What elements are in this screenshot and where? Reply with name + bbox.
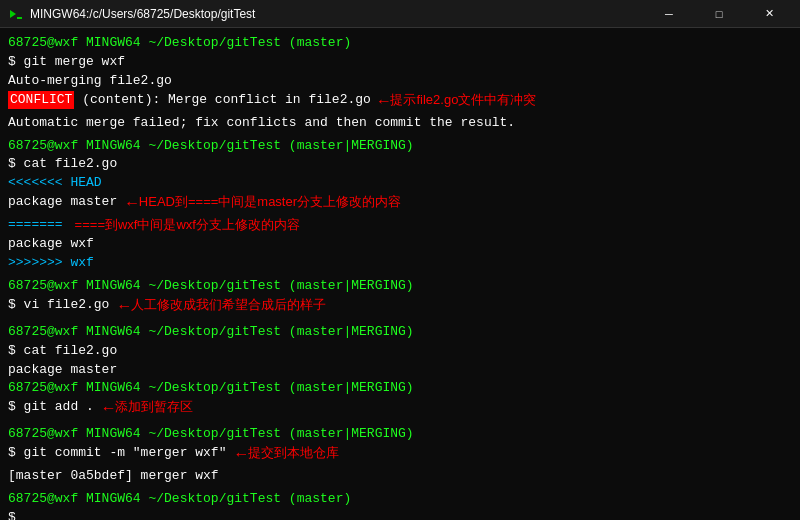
commit-annotation-arrow: ← (236, 444, 246, 467)
terminal-line: $ cat file2.go (8, 155, 792, 174)
prompt-user: 68725@wxf MINGW64 ~/Desktop/gitTest (8, 34, 281, 53)
prompt-user: 68725@wxf MINGW64 ~/Desktop/gitTest (8, 425, 281, 444)
terminal-line: package wxf (8, 235, 792, 254)
terminal-line: Auto-merging file2.go (8, 72, 792, 91)
output-text: package master (8, 361, 117, 380)
cmd-text: $ git merge wxf (8, 53, 125, 72)
conflict-annotation: 提示file2.go文件中有冲突 (390, 91, 536, 110)
cmd-text: $ cat file2.go (8, 155, 117, 174)
prompt-branch: (master|MERGING) (281, 379, 414, 398)
terminal-line: $ (8, 509, 792, 520)
prompt-branch: (master|MERGING) (281, 137, 414, 156)
prompt-user: 68725@wxf MINGW64 ~/Desktop/gitTest (8, 277, 281, 296)
wxf-annotation: ====到wxf中间是wxf分支上修改的内容 (75, 216, 300, 235)
terminal-line: ======= ====到wxf中间是wxf分支上修改的内容 (8, 216, 792, 235)
title-bar-controls[interactable]: ─ □ ✕ (646, 0, 792, 28)
terminal-line: 68725@wxf MINGW64 ~/Desktop/gitTest (mas… (8, 277, 792, 296)
prompt-branch: (master) (281, 34, 351, 53)
terminal-line: $ git add . ← 添加到暂存区 (8, 398, 792, 421)
prompt-user: 68725@wxf MINGW64 ~/Desktop/gitTest (8, 379, 281, 398)
conflict-arrow: ← (379, 91, 389, 114)
output-text: Automatic merge failed; fix conflicts an… (8, 114, 515, 133)
prompt-branch: (master|MERGING) (281, 323, 414, 342)
terminal-line: Automatic merge failed; fix conflicts an… (8, 114, 792, 133)
vi-annotation: 人工修改成我们希望合成后的样子 (131, 296, 326, 315)
close-button[interactable]: ✕ (746, 0, 792, 28)
add-annotation-arrow: ← (104, 398, 114, 421)
terminal-line: $ git merge wxf (8, 53, 792, 72)
conflict-keyword: CONFLICT (8, 91, 74, 110)
cmd-text: $ git commit -m "merger wxf" (8, 444, 226, 463)
terminal-line: <<<<<<< HEAD (8, 174, 792, 193)
output-text: [master 0a5bdef] merger wxf (8, 467, 219, 486)
maximize-button[interactable]: □ (696, 0, 742, 28)
title-bar: MINGW64:/c/Users/68725/Desktop/gitTest ─… (0, 0, 800, 28)
head-annotation-arrow: ← (127, 193, 137, 216)
terminal-line: $ git commit -m "merger wxf" ← 提交到本地仓库 (8, 444, 792, 467)
minimize-button[interactable]: ─ (646, 0, 692, 28)
terminal-line: 68725@wxf MINGW64 ~/Desktop/gitTest (mas… (8, 490, 792, 509)
terminal-line: $ vi file2.go ← 人工修改成我们希望合成后的样子 (8, 296, 792, 319)
prompt-branch: (master|MERGING) (281, 425, 414, 444)
conflict-rest: (content): Merge conflict in file2.go (74, 91, 370, 110)
terminal-line: [master 0a5bdef] merger wxf (8, 467, 792, 486)
prompt-user: 68725@wxf MINGW64 ~/Desktop/gitTest (8, 137, 281, 156)
terminal-line: 68725@wxf MINGW64 ~/Desktop/gitTest (mas… (8, 425, 792, 444)
head-marker: <<<<<<< HEAD (8, 174, 102, 193)
cmd-text: $ vi file2.go (8, 296, 109, 315)
svg-rect-2 (17, 17, 22, 19)
terminal-line: 68725@wxf MINGW64 ~/Desktop/gitTest (mas… (8, 137, 792, 156)
prompt-user: 68725@wxf MINGW64 ~/Desktop/gitTest (8, 490, 281, 509)
vi-annotation-arrow: ← (119, 296, 129, 319)
terminal[interactable]: 68725@wxf MINGW64 ~/Desktop/gitTest (mas… (0, 28, 800, 520)
cmd-text: $ git add . (8, 398, 94, 417)
pkg-wxf: package wxf (8, 235, 94, 254)
pkg-master: package master (8, 193, 117, 212)
prompt-user: 68725@wxf MINGW64 ~/Desktop/gitTest (8, 323, 281, 342)
commit-annotation: 提交到本地仓库 (248, 444, 339, 463)
cmd-text: $ cat file2.go (8, 342, 117, 361)
output-text: Auto-merging file2.go (8, 72, 172, 91)
prompt-branch: (master|MERGING) (281, 277, 414, 296)
eq-marker: ======= (8, 216, 63, 235)
conflict-line: CONFLICT (content): Merge conflict in fi… (8, 91, 792, 114)
prompt-branch: (master) (281, 490, 351, 509)
terminal-line: package master ← HEAD到====中间是master分支上修改… (8, 193, 792, 216)
wxf-marker: >>>>>>> wxf (8, 254, 94, 273)
terminal-line: 68725@wxf MINGW64 ~/Desktop/gitTest (mas… (8, 34, 792, 53)
terminal-line: package master (8, 361, 792, 380)
add-annotation: 添加到暂存区 (115, 398, 193, 417)
terminal-icon (8, 6, 24, 22)
cmd-text: $ (8, 509, 16, 520)
title-bar-left: MINGW64:/c/Users/68725/Desktop/gitTest (8, 6, 255, 22)
title-text: MINGW64:/c/Users/68725/Desktop/gitTest (30, 7, 255, 21)
terminal-line: >>>>>>> wxf (8, 254, 792, 273)
head-annotation: HEAD到====中间是master分支上修改的内容 (139, 193, 401, 212)
terminal-line: 68725@wxf MINGW64 ~/Desktop/gitTest (mas… (8, 323, 792, 342)
terminal-line: $ cat file2.go (8, 342, 792, 361)
terminal-line: 68725@wxf MINGW64 ~/Desktop/gitTest (mas… (8, 379, 792, 398)
